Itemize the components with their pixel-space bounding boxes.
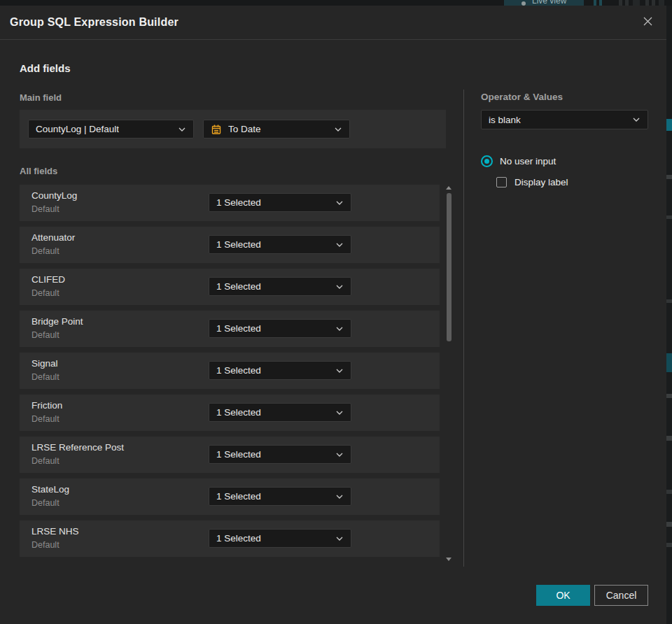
panel-divider [463, 90, 464, 567]
chevron-down-icon [632, 117, 640, 122]
field-row: Bridge Point Default 1 Selected [20, 311, 440, 347]
field-values-dropdown-value: 1 Selected [216, 365, 261, 376]
field-name: CountyLog [31, 190, 77, 201]
field-name: StateLog [31, 484, 69, 495]
field-row: LRSE NHS Default 1 Selected [20, 520, 440, 557]
field-values-dropdown[interactable]: 1 Selected [209, 277, 351, 296]
field-name: Attenuator [31, 232, 75, 243]
field-values-dropdown-value: 1 Selected [216, 197, 261, 208]
main-field-dropdown[interactable]: CountyLog | Default [28, 120, 194, 139]
field-alias: Default [31, 204, 59, 214]
background-icon-fragment [599, 0, 602, 6]
scroll-up-icon[interactable] [446, 186, 451, 190]
field-alias: Default [31, 330, 59, 340]
background-app-top-strip: Live view [0, 0, 672, 6]
field-values-dropdown[interactable]: 1 Selected [209, 403, 351, 422]
field-name: Friction [31, 400, 62, 411]
field-values-dropdown-value: 1 Selected [216, 491, 261, 502]
chevron-down-icon [335, 368, 344, 374]
background-fragment [666, 490, 672, 494]
background-fragment [666, 543, 672, 547]
field-values-dropdown-value: 1 Selected [216, 533, 261, 544]
dialog-titlebar: Group SQL Expression Builder [0, 6, 666, 40]
main-field-label: Main field [20, 92, 62, 103]
operator-dropdown[interactable]: is blank [481, 110, 648, 129]
scroll-down-icon[interactable] [446, 558, 451, 561]
field-alias: Default [31, 288, 59, 298]
chevron-down-icon [335, 452, 344, 458]
field-values-dropdown[interactable]: 1 Selected [209, 361, 351, 380]
background-fragment [666, 175, 672, 179]
background-icon-fragment [652, 0, 655, 6]
field-alias: Default [31, 372, 59, 382]
field-alias: Default [31, 498, 59, 508]
field-values-dropdown-value: 1 Selected [216, 449, 261, 460]
cancel-button[interactable]: Cancel [594, 585, 648, 606]
background-fragment [666, 119, 672, 131]
radio-selected-icon [481, 155, 493, 167]
field-alias: Default [31, 414, 59, 424]
chevron-down-icon [335, 326, 344, 332]
field-row: StateLog Default 1 Selected [20, 478, 440, 515]
display-label-checkbox[interactable]: Display label [496, 177, 568, 187]
field-name: LRSE NHS [31, 526, 79, 537]
field-values-dropdown-value: 1 Selected [216, 281, 261, 292]
chevron-down-icon [335, 200, 344, 206]
background-icon-fragment [594, 0, 596, 6]
field-values-dropdown[interactable]: 1 Selected [209, 235, 351, 254]
chevron-down-icon [335, 284, 344, 290]
background-fragment [666, 353, 672, 372]
no-user-input-radio[interactable]: No user input [481, 155, 556, 167]
group-sql-expression-builder-dialog: Group SQL Expression Builder Add fields … [0, 6, 666, 624]
scrollbar-thumb[interactable] [447, 193, 451, 341]
no-user-input-label: No user input [500, 156, 556, 166]
checkbox-unchecked-icon [496, 177, 507, 187]
background-fragment [666, 299, 672, 303]
chevron-down-icon [335, 242, 344, 248]
ok-button[interactable]: OK [536, 585, 590, 606]
field-row: LRSE Reference Post Default 1 Selected [20, 437, 440, 473]
field-values-dropdown[interactable]: 1 Selected [209, 487, 351, 506]
chevron-down-icon [335, 410, 344, 416]
background-app-right-strip [666, 6, 672, 624]
field-values-dropdown-value: 1 Selected [216, 407, 261, 418]
dialog-title: Group SQL Expression Builder [10, 16, 178, 29]
background-fragment [666, 394, 672, 398]
main-field-panel: CountyLog | Default To Date [20, 110, 446, 148]
screen: Live view Group SQL Expression Builder [0, 0, 672, 624]
field-alias: Default [31, 246, 59, 256]
field-values-dropdown[interactable]: 1 Selected [209, 319, 351, 338]
background-fragment [666, 215, 672, 219]
live-view-toggle: Live view [504, 0, 584, 6]
field-name: LRSE Reference Post [31, 442, 124, 453]
field-row: Attenuator Default 1 Selected [20, 227, 440, 263]
calendar-icon [211, 124, 222, 135]
field-values-dropdown-value: 1 Selected [216, 323, 261, 334]
background-icon-fragment [625, 0, 629, 6]
field-row: Signal Default 1 Selected [20, 353, 440, 389]
field-name: Signal [31, 358, 58, 369]
add-fields-heading: Add fields [20, 62, 71, 74]
main-field-dropdown-value: CountyLog | Default [36, 124, 119, 134]
background-icon-fragment [633, 0, 640, 6]
close-icon [642, 15, 654, 29]
operator-values-heading: Operator & Values [481, 92, 563, 102]
background-fragment [666, 522, 672, 527]
field-values-dropdown[interactable]: 1 Selected [209, 445, 351, 464]
field-values-dropdown[interactable]: 1 Selected [209, 529, 351, 548]
all-fields-label: All fields [20, 166, 57, 176]
chevron-down-icon [335, 494, 344, 499]
chevron-down-icon [335, 536, 344, 541]
field-row: Friction Default 1 Selected [20, 395, 440, 431]
chevron-down-icon [178, 127, 186, 132]
field-row: CLIFED Default 1 Selected [20, 269, 440, 305]
field-row: CountyLog Default 1 Selected [20, 185, 440, 221]
close-button[interactable] [639, 13, 657, 32]
field-alias: Default [31, 456, 59, 466]
chevron-down-icon [334, 127, 342, 132]
fields-list-scrollbar[interactable] [445, 185, 453, 562]
field-type-dropdown[interactable]: To Date [203, 120, 350, 139]
field-values-dropdown[interactable]: 1 Selected [209, 193, 351, 212]
field-name: Bridge Point [31, 316, 83, 327]
background-icon-fragment [619, 0, 622, 6]
